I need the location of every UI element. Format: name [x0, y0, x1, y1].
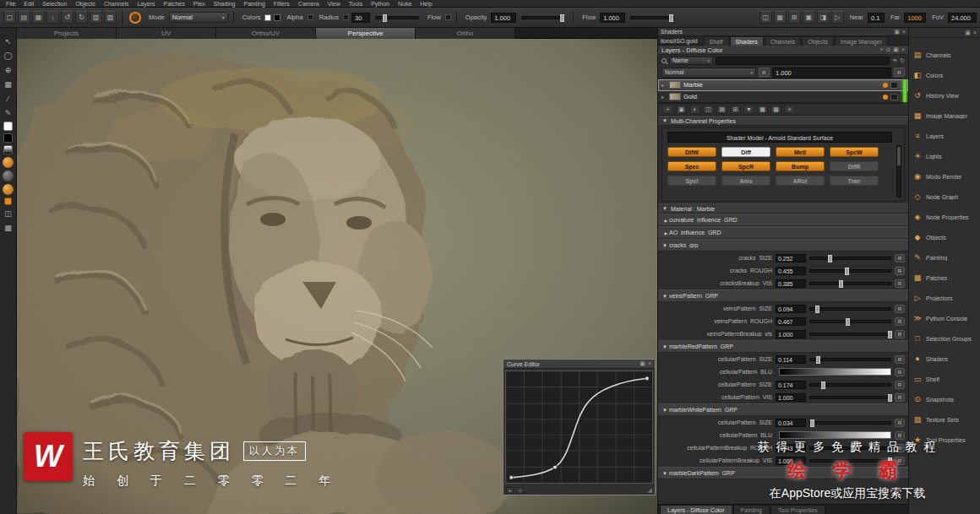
curve-point[interactable]	[645, 376, 649, 380]
param-slider[interactable]	[809, 358, 891, 361]
material-row[interactable]: ▼ cellularPattern_SIZE 0.114 R	[658, 353, 908, 365]
material-row[interactable]: ▼ veinsPattern_GRP R	[658, 289, 908, 302]
Gold[interactable]: ▸ Gold	[658, 91, 908, 103]
close-panel-icon[interactable]: ×	[973, 30, 977, 36]
far-value-field[interactable]: 1000	[904, 13, 926, 23]
shader-channel-button[interactable]: Metl	[776, 147, 825, 157]
param-gradient-ramp[interactable]	[779, 368, 891, 376]
palette-patches[interactable]: ▩ Patches	[909, 268, 980, 288]
new-project-icon[interactable]: ▢	[3, 11, 16, 24]
palette-shaders[interactable]: ● Shaders	[909, 349, 980, 369]
snapshot-icon[interactable]: ⊙	[885, 46, 890, 53]
panel-tab[interactable]: Tool Properties	[770, 505, 825, 514]
menu-item[interactable]: Selection	[38, 0, 71, 8]
param-value-field[interactable]: 0.114	[776, 355, 806, 364]
material-row[interactable]: ▼ cracks_grp R	[658, 239, 908, 252]
scrollbar-thumb[interactable]	[897, 147, 901, 165]
material-row[interactable]: ▼ cracks_ROUGH 0.455 R	[658, 264, 908, 277]
param-slider[interactable]	[809, 421, 891, 425]
palette-projectors[interactable]: ▷ Projectors	[909, 288, 980, 308]
layer-mask-icon[interactable]	[890, 94, 898, 100]
background-color-swatch[interactable]	[3, 133, 13, 143]
expand-arrow-icon[interactable]: ▸	[662, 94, 667, 100]
menu-item[interactable]: Camera	[294, 0, 324, 8]
menu-item[interactable]: Help	[416, 0, 436, 8]
panel-tab[interactable]: Channels	[765, 36, 802, 46]
palette-history-view[interactable]: ↺ History View	[909, 85, 980, 106]
alpha-checkbox[interactable]	[308, 14, 313, 20]
palette-texture-sets[interactable]: ▨ Texture Sets	[909, 409, 980, 430]
blend-lock-button[interactable]: R	[759, 68, 770, 77]
param-reset-button[interactable]: R	[895, 419, 905, 427]
shader-ball-paint[interactable]	[3, 184, 14, 195]
menu-item[interactable]: Ptex	[189, 0, 210, 8]
float-panel-icon[interactable]: ▣	[640, 360, 645, 367]
shader-channel-button[interactable]: Diff	[721, 147, 770, 157]
amount-reset-button[interactable]: R	[894, 68, 905, 77]
menu-item[interactable]: Python	[367, 0, 394, 8]
radius-value-field[interactable]: 30	[351, 13, 370, 23]
search-filter-dropdown[interactable]: Name ▾	[669, 57, 713, 65]
add-adjustment-icon[interactable]: ◐	[689, 105, 700, 114]
menu-item[interactable]: Shading	[210, 0, 240, 8]
add-mask-icon[interactable]: ◫	[703, 105, 714, 114]
float-panel-icon[interactable]: ▣	[893, 46, 899, 53]
menu-item[interactable]: View	[324, 0, 345, 8]
layer-blend-dropdown[interactable]: Normal ▾	[662, 68, 756, 78]
opacity-slider[interactable]	[521, 16, 565, 19]
palette-objects[interactable]: ◆ Objects	[909, 227, 980, 247]
param-reset-button[interactable]: R	[895, 368, 905, 376]
merge-layers-icon[interactable]: ▼	[743, 105, 754, 114]
palette-snapshots[interactable]: ⊙ Snapshots	[909, 389, 980, 409]
panel-tab[interactable]: Painting	[733, 505, 770, 514]
viewport-tab[interactable]: Perspective	[316, 28, 416, 39]
palette-colors[interactable]: ◧ Colors	[909, 65, 980, 85]
param-slider[interactable]	[809, 307, 891, 311]
add-shader-layer-icon[interactable]: ▤	[716, 105, 727, 114]
shader-ball-full[interactable]	[3, 157, 14, 168]
add-layer-icon[interactable]: +	[662, 105, 673, 114]
color-sample-swatch[interactable]	[4, 197, 12, 205]
flow-checkbox[interactable]	[445, 14, 451, 20]
material-row[interactable]: ▼ cracks_SIZE 0.252 R	[658, 252, 908, 264]
zoom-tool[interactable]: ⊕	[3, 64, 14, 76]
palette-image-manager[interactable]: ▦ Image Manager	[909, 106, 980, 126]
material-row[interactable]: ▼ veinsPatternBreakup_vis 1.000 R	[658, 327, 908, 340]
snapshot-view-icon[interactable]: ▣	[803, 11, 815, 24]
curve-editor-window[interactable]: Curve Editor ▣ ×	[503, 359, 656, 495]
menu-item[interactable]: Patches	[159, 0, 188, 8]
layout-grid-icon[interactable]: ▦	[774, 11, 787, 24]
slider-handle[interactable]	[845, 268, 849, 275]
material-row[interactable]: ▼ curvature_influence_GRD R	[658, 214, 908, 226]
shader-channel-button[interactable]: ARot	[776, 176, 825, 186]
layer-amount-field[interactable]: 1.000	[772, 68, 891, 78]
zoom-in-icon[interactable]: +	[506, 487, 514, 494]
curve-point[interactable]	[509, 476, 513, 479]
palette-selection-groups[interactable]: □ Selection Groups	[909, 328, 980, 349]
shader-channel-button[interactable]: SpcR	[721, 161, 770, 171]
layer-cache-icon[interactable]	[883, 83, 888, 88]
material-row[interactable]: ▼ cracksBreakup_VIS 0.385 R	[658, 277, 908, 289]
material-header[interactable]: ▼ Material : Marble	[658, 203, 908, 214]
marquee-tool[interactable]: ◯	[3, 50, 14, 62]
param-slider[interactable]	[809, 282, 891, 285]
scrollbar[interactable]	[896, 145, 901, 197]
panel-tab[interactable]: Image Manager	[835, 36, 888, 46]
symmetry-tool[interactable]: ◫	[3, 208, 14, 219]
viewport-tab[interactable]: UV	[117, 28, 216, 39]
close-panel-icon[interactable]: ×	[648, 360, 651, 367]
slider-handle[interactable]	[839, 280, 843, 288]
gradient-swatch[interactable]	[3, 145, 13, 154]
slider-handle[interactable]	[815, 306, 819, 313]
panel-tab[interactable]: Shaders	[730, 36, 764, 46]
palette-node-properties[interactable]: ◈ Node Properties	[909, 207, 980, 227]
duplicate-layer-icon[interactable]: ⊞	[730, 105, 741, 114]
foreground-color-mini-swatch[interactable]	[264, 14, 271, 21]
shader-channel-button[interactable]: DifW	[667, 147, 716, 157]
param-slider[interactable]	[809, 269, 891, 273]
remove-layer-icon[interactable]: ×	[784, 105, 795, 114]
curve-point[interactable]	[553, 465, 557, 468]
param-gradient-ramp[interactable]	[779, 431, 891, 439]
undo-icon[interactable]: ↺	[61, 11, 74, 24]
save-icon[interactable]: ▦	[32, 11, 45, 24]
